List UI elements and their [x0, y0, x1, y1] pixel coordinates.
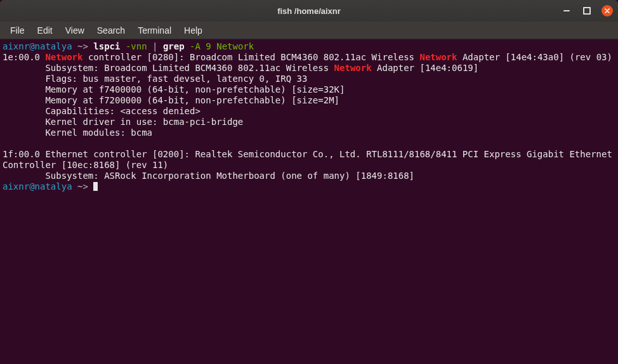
terminal-content[interactable]: aixnr@natalya ~> lspci -vnn | grep -A 9 … [0, 39, 618, 364]
cmd-pipe: | [147, 41, 163, 51]
titlebar[interactable]: fish /home/aixnr [0, 0, 618, 22]
menu-edit[interactable]: Edit [31, 23, 59, 38]
menu-view[interactable]: View [59, 23, 91, 38]
prompt-userhost: aixnr@natalya [3, 41, 72, 51]
output-line-2: Subsystem: Broadcom Limited BCM4360 802.… [3, 63, 615, 74]
output-line-7: Kernel driver in use: bcma-pci-bridge [3, 117, 615, 127]
output-line-9: 1f:00.0 Ethernet controller [0200]: Real… [3, 149, 615, 171]
window-title: fish /home/aixnr [277, 6, 341, 16]
output-blank [3, 138, 615, 149]
minimize-button[interactable] [561, 5, 572, 16]
prompt-line-2: aixnr@natalya ~> [3, 181, 615, 192]
menu-file[interactable]: File [4, 23, 31, 38]
prompt-arrow: ~> [72, 181, 94, 192]
output-line-3: Flags: bus master, fast devsel, latency … [3, 74, 615, 84]
prompt-arrow: ~> [72, 41, 94, 51]
cmd-grep: grep [163, 41, 185, 51]
window-controls [561, 5, 613, 16]
maximize-button[interactable] [581, 5, 593, 16]
match-network: Network [334, 63, 372, 73]
match-network: Network [45, 52, 82, 62]
menu-search[interactable]: Search [91, 23, 131, 38]
match-network: Network [419, 52, 457, 62]
close-button[interactable] [602, 5, 613, 16]
cmd-flag-a9: -A 9 Network [185, 41, 254, 51]
output-line-6: Capabilities: <access denied> [3, 106, 615, 117]
cmd-flag-vnn: -vnn [120, 41, 147, 51]
terminal-window: fish /home/aixnr File Edit View Search T… [0, 0, 618, 364]
cmd-lspci: lspci [93, 41, 120, 51]
menu-terminal[interactable]: Terminal [131, 23, 178, 38]
prompt-userhost: aixnr@natalya [3, 181, 72, 192]
output-line-8: Kernel modules: bcma [3, 127, 615, 138]
cursor [93, 182, 98, 191]
output-line-5: Memory at f7200000 (64-bit, non-prefetch… [3, 95, 615, 106]
output-line-10: Subsystem: ASRock Incorporation Motherbo… [3, 171, 615, 181]
output-line-1: 1e:00.0 Network controller [0280]: Broad… [3, 52, 615, 63]
output-line-4: Memory at f7400000 (64-bit, non-prefetch… [3, 84, 615, 95]
menu-help[interactable]: Help [178, 23, 209, 38]
prompt-line: aixnr@natalya ~> lspci -vnn | grep -A 9 … [3, 41, 615, 52]
menubar: File Edit View Search Terminal Help [0, 22, 618, 39]
